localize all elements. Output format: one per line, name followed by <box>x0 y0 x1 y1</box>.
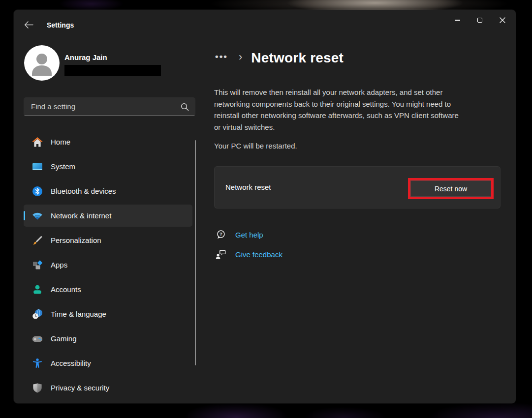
sidebar-item-network-internet[interactable]: Network & internet <box>24 205 192 227</box>
minimize-button[interactable] <box>446 10 469 30</box>
sidebar-item-privacy-security[interactable]: Privacy & security <box>24 377 192 399</box>
sidebar-item-label: Accounts <box>51 285 81 294</box>
search-box <box>24 97 195 116</box>
description-line: networking components back to their orig… <box>214 98 509 110</box>
sidebar-item-accessibility[interactable]: Accessibility <box>24 352 192 374</box>
sidebar-item-time-language[interactable]: Time & language <box>24 303 192 325</box>
sidebar-item-label: Network & internet <box>51 211 111 220</box>
user-profile[interactable]: Anurag Jain <box>24 45 177 81</box>
apps-icon <box>31 259 44 271</box>
breadcrumb: ••• › Network reset <box>214 47 344 69</box>
minimize-icon <box>455 20 460 20</box>
get-help-link[interactable]: ? Get help <box>215 229 263 240</box>
svg-text:?: ? <box>219 232 222 237</box>
user-name: Anurag Jain <box>64 53 107 61</box>
page-title: Network reset <box>251 50 344 66</box>
close-icon <box>500 17 505 23</box>
sidebar-item-label: Home <box>51 138 70 146</box>
give-feedback-label: Give feedback <box>235 250 282 259</box>
home-icon <box>31 136 44 149</box>
red-highlight-annotation: Reset now <box>408 178 494 199</box>
sidebar-scrollbar[interactable] <box>195 140 196 365</box>
window-controls <box>446 10 514 30</box>
personalization-icon <box>31 234 44 247</box>
maximize-icon <box>477 18 482 23</box>
maximize-button[interactable] <box>469 10 491 30</box>
sidebar-item-accounts[interactable]: Accounts <box>24 278 192 300</box>
sidebar-nav: Home System Bluetooth & devices <box>24 131 192 401</box>
sidebar-item-label: Apps <box>51 261 67 269</box>
sidebar-item-label: Time & language <box>51 310 106 318</box>
gaming-icon <box>31 332 44 345</box>
sidebar-item-apps[interactable]: Apps <box>24 254 192 276</box>
give-feedback-icon <box>215 249 226 260</box>
restart-note: Your PC will be restarted. <box>214 142 297 150</box>
description-line: or virtual switches. <box>214 121 509 133</box>
sidebar-item-bluetooth-devices[interactable]: Bluetooth & devices <box>24 180 192 202</box>
description-line: This will remove then reinstall all your… <box>214 87 509 98</box>
sidebar-item-label: Accessibility <box>51 359 91 367</box>
sidebar-item-label: Bluetooth & devices <box>51 187 116 195</box>
sidebar-item-label: Gaming <box>51 334 77 343</box>
network-reset-card: Network reset Reset now <box>214 166 501 209</box>
description-line: reinstall other networking software afte… <box>214 110 509 121</box>
accessibility-icon <box>31 357 44 370</box>
sidebar-item-label: Privacy & security <box>51 384 109 392</box>
back-arrow-icon <box>24 21 33 29</box>
avatar <box>24 45 60 81</box>
get-help-label: Get help <box>235 231 263 239</box>
selected-indicator <box>24 211 25 220</box>
sidebar-item-system[interactable]: System <box>24 155 192 178</box>
sidebar-item-personalization[interactable]: Personalization <box>24 229 192 251</box>
get-help-icon: ? <box>215 229 226 240</box>
search-icon[interactable] <box>181 103 189 111</box>
sidebar-item-label: Personalization <box>51 236 101 244</box>
sidebar-item-home[interactable]: Home <box>24 131 192 153</box>
breadcrumb-ellipsis-button[interactable]: ••• <box>214 50 229 66</box>
avatar-person-icon <box>24 45 60 81</box>
page-description: This will remove then reinstall all your… <box>214 87 509 133</box>
reset-now-button[interactable]: Reset now <box>410 180 491 197</box>
sidebar-item-gaming[interactable]: Gaming <box>24 328 192 350</box>
accounts-icon <box>31 283 44 296</box>
redacted-email-bar <box>64 65 161 76</box>
time-language-icon <box>31 308 44 321</box>
settings-window: Settings Anurag Jain <box>14 10 516 403</box>
give-feedback-link[interactable]: Give feedback <box>215 249 282 260</box>
search-input[interactable] <box>24 98 195 116</box>
network-icon <box>31 209 44 222</box>
back-button[interactable] <box>21 18 36 31</box>
privacy-icon <box>31 382 44 394</box>
reset-card-label: Network reset <box>225 183 271 191</box>
chevron-right-icon: › <box>239 51 242 63</box>
system-icon <box>31 160 44 173</box>
bluetooth-icon <box>31 185 44 198</box>
app-title: Settings <box>47 21 74 29</box>
close-button[interactable] <box>491 10 514 30</box>
sidebar-item-label: System <box>51 162 75 171</box>
